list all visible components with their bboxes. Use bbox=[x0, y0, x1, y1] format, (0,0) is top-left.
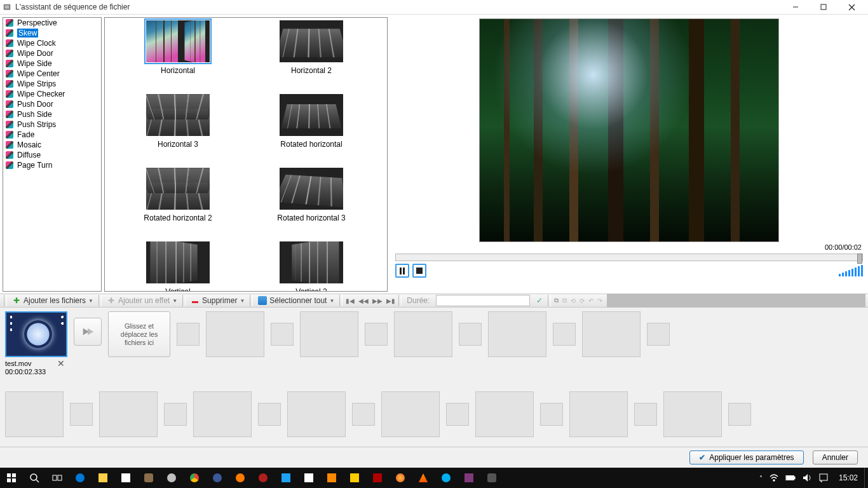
sequence-area[interactable]: test.mov 00:00:02.333 ✕ Glissez et dépla… bbox=[0, 308, 868, 447]
add-files-button[interactable]: Ajouter les fichiers▼ bbox=[8, 294, 97, 307]
taskbar-app[interactable] bbox=[206, 468, 229, 488]
sequence-placeholder[interactable] bbox=[206, 311, 264, 357]
window-close-button[interactable] bbox=[837, 0, 865, 14]
stop-button[interactable] bbox=[412, 264, 426, 278]
effects-list-item[interactable]: Wipe Door bbox=[3, 48, 101, 58]
taskbar-app[interactable] bbox=[160, 468, 183, 488]
effect-thumbnail[interactable]: Rotated horizontal 2 bbox=[111, 168, 245, 222]
sequence-placeholder[interactable] bbox=[663, 391, 722, 437]
transition-placeholder[interactable] bbox=[352, 403, 375, 426]
taskbar-app[interactable] bbox=[480, 468, 503, 488]
redo-icon[interactable]: ↷ bbox=[595, 297, 604, 304]
transition-placeholder[interactable] bbox=[258, 403, 281, 426]
start-button[interactable] bbox=[0, 468, 23, 488]
taskbar-app[interactable] bbox=[229, 468, 252, 488]
taskbar-app[interactable] bbox=[297, 468, 320, 488]
taskbar-app-chrome[interactable] bbox=[183, 468, 206, 488]
sequence-drop-target[interactable]: Glissez et déplacez les fichiers ici bbox=[108, 311, 170, 357]
pause-button[interactable] bbox=[395, 264, 409, 278]
taskbar-app-explorer[interactable] bbox=[92, 468, 114, 488]
taskbar-app[interactable] bbox=[252, 468, 275, 488]
transition-placeholder[interactable] bbox=[365, 323, 388, 346]
volume-indicator[interactable] bbox=[839, 265, 863, 276]
window-minimize-button[interactable] bbox=[782, 0, 810, 14]
transition-placeholder[interactable] bbox=[177, 323, 200, 346]
window-maximize-button[interactable] bbox=[810, 0, 837, 14]
nav-last-icon[interactable]: ▶▮ bbox=[384, 297, 397, 304]
select-all-button[interactable]: Sélectionner tout▼ bbox=[254, 294, 338, 307]
effect-thumbnail[interactable]: Horizontal bbox=[111, 20, 245, 75]
transition-placeholder[interactable] bbox=[271, 323, 294, 346]
sequence-placeholder[interactable] bbox=[488, 311, 546, 357]
rotate-right-icon[interactable]: ⟳ bbox=[578, 297, 587, 304]
show-desktop-button[interactable] bbox=[864, 468, 868, 488]
effect-thumbnail[interactable]: Horizontal 3 bbox=[111, 94, 245, 149]
taskbar-app-filezilla[interactable] bbox=[366, 468, 389, 488]
nav-next-icon[interactable]: ▶▶ bbox=[370, 297, 384, 304]
sequence-placeholder[interactable] bbox=[381, 391, 440, 437]
task-view-icon[interactable] bbox=[46, 468, 69, 488]
taskbar-app-firefox[interactable] bbox=[389, 468, 412, 488]
effect-thumbnail[interactable]: Rotated horizontal bbox=[245, 94, 378, 149]
transition-placeholder[interactable] bbox=[459, 323, 482, 346]
sequence-placeholder[interactable] bbox=[582, 311, 641, 357]
taskbar-app[interactable] bbox=[320, 468, 343, 488]
taskbar-app-edge[interactable] bbox=[69, 468, 92, 488]
duration-apply-button[interactable] bbox=[532, 294, 546, 307]
effects-list-item[interactable]: Push Side bbox=[3, 109, 101, 119]
search-icon[interactable] bbox=[23, 468, 46, 488]
system-tray[interactable]: ˄ bbox=[756, 473, 832, 483]
effects-list-item[interactable]: Perspective bbox=[3, 18, 101, 28]
taskbar-app-onenote[interactable] bbox=[458, 468, 480, 488]
clip-thumbnail[interactable] bbox=[5, 311, 67, 357]
sequence-placeholder[interactable] bbox=[5, 391, 64, 437]
effect-thumbnail[interactable]: Vertical bbox=[111, 241, 245, 292]
effects-list-item[interactable]: Push Strips bbox=[3, 119, 101, 130]
effect-thumbnail[interactable]: Horizontal 2 bbox=[245, 20, 378, 75]
transition-placeholder[interactable] bbox=[647, 323, 670, 346]
windows-taskbar[interactable]: ˄ 15:02 bbox=[0, 468, 868, 488]
sequence-placeholder[interactable] bbox=[300, 311, 358, 357]
effects-list-item[interactable]: Push Door bbox=[3, 99, 101, 109]
clip-remove-button[interactable]: ✕ bbox=[55, 360, 67, 368]
notifications-icon[interactable] bbox=[818, 473, 829, 483]
sequence-placeholder[interactable] bbox=[99, 391, 158, 437]
effects-list-item[interactable]: Wipe Side bbox=[3, 58, 101, 69]
effect-thumbnail[interactable]: Rotated horizontal 3 bbox=[245, 168, 378, 222]
nav-first-icon[interactable]: ▮◀ bbox=[344, 297, 356, 304]
transition-placeholder[interactable] bbox=[164, 403, 187, 426]
taskbar-app-gimp[interactable] bbox=[137, 468, 160, 488]
effects-list-item[interactable]: Mosaic bbox=[3, 140, 101, 150]
taskbar-app-skype[interactable] bbox=[435, 468, 458, 488]
taskbar-app[interactable] bbox=[343, 468, 366, 488]
taskbar-app-vlc[interactable] bbox=[412, 468, 435, 488]
delete-button[interactable]: Supprimer▼ bbox=[187, 294, 248, 307]
battery-icon[interactable] bbox=[785, 473, 796, 483]
wifi-icon[interactable] bbox=[769, 473, 779, 483]
transition-placeholder[interactable] bbox=[540, 403, 563, 426]
sequence-placeholder[interactable] bbox=[287, 391, 346, 437]
undo-icon[interactable]: ↶ bbox=[587, 297, 595, 304]
effects-list-item[interactable]: Fade bbox=[3, 130, 101, 140]
transition-placeholder[interactable] bbox=[728, 403, 751, 426]
taskbar-clock[interactable]: 15:02 bbox=[832, 473, 864, 482]
rotate-left-icon[interactable]: ⟲ bbox=[569, 297, 578, 304]
transition-placeholder[interactable] bbox=[634, 403, 657, 426]
crop-end-icon[interactable]: ⧉ bbox=[560, 297, 569, 304]
effect-thumbnails-pane[interactable]: Horizontal Horizontal 2 Horizontal 3 Rot… bbox=[104, 17, 388, 292]
transition-placeholder[interactable] bbox=[446, 403, 469, 426]
cancel-button[interactable]: Annuler bbox=[813, 451, 858, 464]
effects-list-item[interactable]: Skew bbox=[3, 28, 101, 38]
effects-list-item[interactable]: Wipe Strips bbox=[3, 79, 101, 89]
taskbar-app-store[interactable] bbox=[114, 468, 137, 488]
sequence-placeholder[interactable] bbox=[475, 391, 534, 437]
effects-list-item[interactable]: Wipe Checker bbox=[3, 89, 101, 99]
transition-placeholder[interactable] bbox=[553, 323, 576, 346]
tray-overflow-icon[interactable]: ˄ bbox=[759, 475, 763, 482]
taskbar-app[interactable] bbox=[275, 468, 297, 488]
effects-list-item[interactable]: Diffuse bbox=[3, 150, 101, 160]
effects-list-item[interactable]: Wipe Center bbox=[3, 69, 101, 79]
sequence-placeholder[interactable] bbox=[394, 311, 452, 357]
add-effect-button[interactable]: Ajouter un effet▼ bbox=[103, 294, 181, 307]
sequence-placeholder[interactable] bbox=[569, 391, 628, 437]
